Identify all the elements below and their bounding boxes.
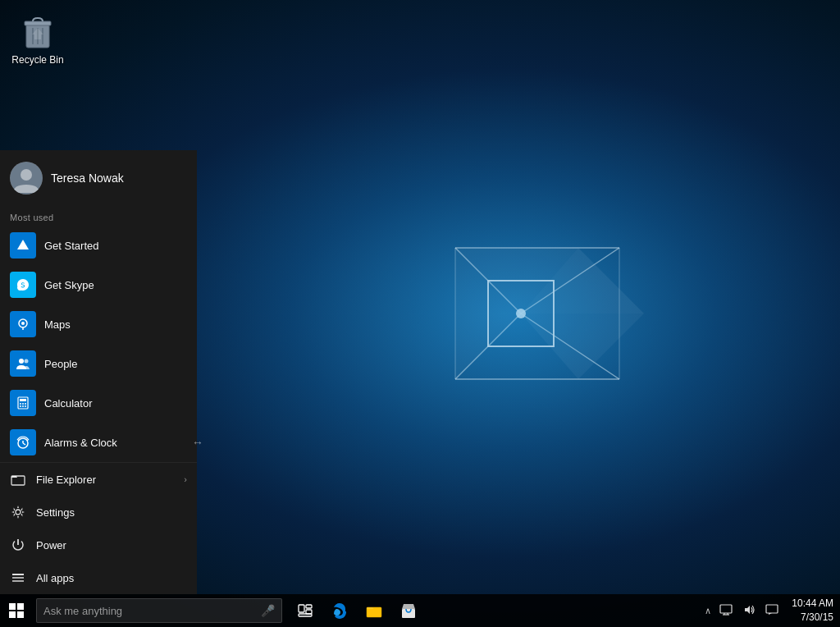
taskbar: 🎤 [0,594,840,627]
app-item-get-started[interactable]: Get Started [0,226,197,265]
svg-point-38 [16,510,21,515]
win-icon-tl [9,603,16,610]
svg-rect-43 [299,605,304,612]
user-avatar [10,162,43,195]
message-tray-icon[interactable] [762,602,782,620]
app-item-maps[interactable]: Maps [0,304,197,344]
edge-icon [331,602,348,619]
power-icon [10,537,26,553]
settings-item[interactable]: Settings [0,496,197,529]
calculator-icon [10,390,36,416]
win-icon-br [17,611,24,618]
start-button[interactable] [0,594,33,627]
all-apps-item[interactable]: All apps [0,561,197,594]
people-label: People [44,358,77,370]
svg-rect-49 [402,609,415,618]
svg-line-36 [27,439,29,441]
start-menu: Teresa Nowak Most used Get Started Get S… [0,150,197,594]
svg-point-27 [22,403,24,405]
task-view-button[interactable] [289,594,322,627]
calculator-label: Calculator [44,397,93,410]
all-apps-label: All apps [36,572,74,584]
svg-point-9 [516,309,526,318]
settings-label: Settings [36,506,75,519]
svg-line-35 [17,439,19,441]
tray-expand-button[interactable]: ∧ [703,604,713,618]
get-started-label: Get Started [44,240,98,252]
settings-icon [10,504,26,520]
maps-label: Maps [44,318,71,331]
username-label: Teresa Nowak [51,172,124,185]
alarms-clock-label: Alarms & Clock [44,437,117,449]
app-item-people[interactable]: People [0,344,197,383]
windows-icon [9,603,24,618]
svg-point-20 [21,322,25,325]
svg-rect-50 [720,605,732,613]
svg-point-28 [25,403,26,405]
app-item-calculator[interactable]: Calculator [0,383,197,423]
monitor-icon-svg [719,604,733,616]
file-explorer-icon [10,471,26,487]
svg-rect-46 [299,614,312,616]
system-tray: ∧ [700,594,840,627]
win-icon-bl [9,611,16,618]
svg-point-22 [19,359,24,364]
store-icon [400,602,417,619]
monitor-tray-icon[interactable] [716,602,736,620]
search-input[interactable] [43,605,261,617]
recycle-bin-label: Recycle Bin [11,54,63,66]
clock-date: 7/30/15 [792,611,833,625]
bottom-section: File Explorer › Settings Power [0,462,197,594]
explorer-icon [366,603,382,618]
svg-rect-44 [306,605,312,608]
clock-time: 10:44 AM [792,597,833,611]
win-icon-tr [17,603,24,610]
svg-point-31 [25,405,26,407]
user-profile[interactable]: Teresa Nowak [0,150,197,206]
svg-rect-54 [766,605,778,613]
svg-point-29 [20,405,21,407]
file-explorer-item[interactable]: File Explorer › [0,463,197,496]
svg-rect-15 [25,21,51,25]
app-item-alarms-clock[interactable]: Alarms & Clock ↔ [0,423,197,462]
all-apps-icon [10,570,26,586]
file-explorer-label: File Explorer [36,474,96,486]
alarms-clock-icon [10,429,36,455]
svg-point-23 [25,359,29,364]
windows-logo-decoration [390,182,652,445]
get-started-icon [10,232,36,259]
tray-icons: ∧ [700,594,785,627]
svg-point-26 [20,403,21,405]
clock[interactable]: 10:44 AM 7/30/15 [785,597,840,625]
recycle-bin-svg [18,11,57,51]
taskbar-center [289,594,425,627]
get-skype-icon [10,272,36,298]
app-item-get-skype[interactable]: Get Skype [0,265,197,304]
power-label: Power [36,539,66,551]
recycle-bin-icon[interactable]: Recycle Bin [7,8,69,69]
svg-point-30 [22,405,24,407]
store-button[interactable] [392,594,425,627]
resize-handle[interactable]: ↔ [192,436,203,449]
task-view-icon [298,604,313,617]
search-bar[interactable]: 🎤 [36,598,282,623]
avatar-svg [10,162,43,195]
power-item[interactable]: Power [0,529,197,561]
svg-line-34 [23,443,25,445]
speaker-icon-svg [742,604,756,616]
svg-rect-45 [306,610,312,614]
file-explorer-arrow: › [184,474,187,484]
get-skype-label: Get Skype [44,279,94,291]
speaker-tray-icon[interactable] [739,602,759,620]
people-icon [10,350,36,377]
svg-point-17 [21,169,32,181]
maps-icon [10,311,36,337]
most-used-label: Most used [0,206,197,226]
edge-button[interactable] [323,594,356,627]
microphone-icon[interactable]: 🎤 [261,604,275,617]
svg-marker-18 [17,240,29,249]
message-icon-svg [765,604,778,616]
svg-rect-25 [20,399,26,401]
explorer-button[interactable] [358,594,390,627]
